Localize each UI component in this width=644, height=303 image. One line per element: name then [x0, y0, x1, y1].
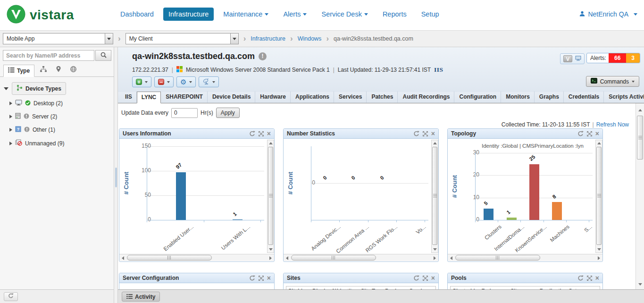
close-icon[interactable]: × — [431, 131, 435, 136]
maximize-icon[interactable] — [259, 131, 264, 136]
scroll-right-arrow[interactable] — [268, 255, 274, 261]
nav-item-setup[interactable]: Setup — [416, 8, 444, 21]
update-interval-input[interactable] — [171, 108, 198, 118]
sidebar-item-other-1[interactable]: ?Other (1) — [0, 123, 114, 136]
tab-type[interactable]: Type — [3, 65, 34, 77]
scroll-left-arrow[interactable] — [448, 255, 454, 261]
sidebar-item-desktop-2[interactable]: Desktop (2) — [0, 97, 114, 110]
scroll-up-arrow[interactable] — [637, 107, 643, 113]
scrollbar-thumb[interactable] — [127, 255, 212, 261]
maximize-icon[interactable] — [587, 131, 592, 136]
workspace-select[interactable]: Mobile App — [3, 33, 113, 44]
scroll-down-arrow[interactable] — [637, 281, 643, 287]
refresh-icon[interactable] — [577, 131, 584, 137]
nav-item-maintenance[interactable]: Maintenance — [218, 8, 274, 21]
tab-hardware[interactable]: Hardware — [255, 91, 291, 103]
expander-icon[interactable] — [9, 142, 12, 145]
sidebar-refresh-button[interactable] — [4, 292, 18, 301]
close-icon[interactable]: × — [267, 276, 271, 281]
refresh-icon[interactable] — [413, 131, 419, 137]
scrollbar-thumb[interactable] — [268, 147, 273, 245]
client-select[interactable]: My Client — [125, 33, 239, 44]
maximize-icon[interactable] — [259, 276, 264, 281]
scroll-left-arrow[interactable] — [120, 255, 126, 261]
alerts-badge[interactable]: Alerts: 66 3 — [586, 53, 640, 63]
breadcrumb-infrastructure[interactable]: Infrastructure — [251, 35, 285, 42]
sidebar-item-unmanaged-9[interactable]: Unmanaged (9) — [0, 136, 114, 150]
refresh-icon[interactable] — [413, 275, 419, 281]
scrollbar-thumb[interactable] — [455, 255, 540, 261]
settings-button[interactable]: ⚙ — [176, 76, 196, 87]
search-input[interactable] — [3, 50, 94, 61]
tab-location[interactable] — [52, 64, 65, 76]
scroll-up-arrow[interactable] — [432, 140, 438, 146]
tab-scripts-activity[interactable]: Scripts Activity — [604, 91, 644, 103]
panel-scrollbar-vertical[interactable] — [431, 140, 438, 253]
scroll-up-arrow[interactable] — [268, 140, 274, 146]
tab-services[interactable]: Services — [334, 91, 367, 103]
scrollbar-thumb[interactable] — [596, 147, 602, 245]
refresh-icon[interactable] — [249, 131, 255, 137]
refresh-now-link[interactable]: Refresh Now — [596, 121, 629, 128]
tab-patches[interactable]: Patches — [367, 91, 398, 103]
close-icon[interactable]: × — [595, 276, 599, 281]
nav-item-infrastructure[interactable]: Infrastructure — [163, 8, 214, 21]
monitoring-button[interactable] — [199, 76, 219, 87]
splitter-handle[interactable] — [115, 168, 117, 187]
close-icon[interactable]: × — [431, 276, 435, 281]
expander-open-icon[interactable] — [4, 87, 8, 90]
search-button[interactable] — [95, 50, 111, 61]
panel-scrollbar-horizontal[interactable] — [284, 254, 438, 261]
panel-scrollbar-horizontal[interactable] — [119, 254, 274, 261]
scrollbar-thumb[interactable] — [291, 255, 376, 261]
close-icon[interactable]: × — [267, 131, 271, 136]
scrollbar-thumb[interactable] — [432, 147, 437, 245]
tab-applications[interactable]: Applications — [291, 91, 334, 103]
maximize-icon[interactable] — [423, 131, 428, 136]
refresh-icon[interactable] — [249, 275, 255, 281]
nav-item-alerts[interactable]: Alerts — [278, 8, 312, 21]
main-scrollbar[interactable] — [636, 103, 644, 289]
tab-sharepoint[interactable]: SHAREPOINT — [161, 91, 208, 103]
tab-topology[interactable] — [36, 64, 50, 76]
panel-scrollbar-vertical[interactable] — [595, 140, 602, 253]
tab-audit-recordings[interactable]: Audit Recordings — [398, 91, 454, 103]
sidebar-item-server-2[interactable]: Server (2) — [0, 110, 114, 123]
sidebar-splitter[interactable] — [114, 47, 118, 303]
expander-icon[interactable] — [9, 101, 12, 105]
breadcrumb-windows[interactable]: Windows — [298, 35, 322, 42]
alerts-critical-count[interactable]: 66 — [609, 53, 626, 63]
expander-icon[interactable] — [9, 115, 12, 118]
nav-item-service-desk[interactable]: Service Desk — [316, 8, 373, 21]
apply-button[interactable]: Apply — [216, 108, 240, 118]
scroll-left-arrow[interactable] — [284, 255, 290, 261]
scroll-right-arrow[interactable] — [432, 255, 438, 261]
panel-scrollbar-vertical[interactable] — [267, 140, 274, 253]
tab-monitors[interactable]: Monitors — [501, 91, 535, 103]
tree-root-device-types[interactable]: Device Types — [4, 82, 114, 95]
refresh-icon[interactable] — [577, 275, 584, 281]
activity-button[interactable]: Activity — [122, 292, 160, 302]
tab-iis[interactable]: IIS — [120, 91, 137, 103]
tab-global[interactable] — [67, 64, 80, 76]
add-button[interactable]: + — [132, 76, 151, 87]
remove-button[interactable]: − — [154, 76, 174, 87]
view-toggle-group[interactable]: V — [560, 53, 585, 64]
scroll-up-arrow[interactable] — [596, 140, 602, 146]
scroll-down-arrow[interactable] — [596, 246, 602, 252]
expander-icon[interactable] — [9, 128, 12, 132]
maximize-icon[interactable] — [423, 276, 428, 281]
alerts-warning-count[interactable]: 3 — [626, 53, 640, 63]
scroll-right-arrow[interactable] — [596, 255, 602, 261]
tab-configuration[interactable]: Configuration — [454, 91, 501, 103]
vistara-logo[interactable]: vistara — [7, 5, 74, 25]
scroll-down-arrow[interactable] — [432, 246, 438, 252]
v-button[interactable]: V — [563, 55, 572, 62]
panel-scrollbar-horizontal[interactable] — [448, 254, 602, 261]
tab-graphs[interactable]: Graphs — [535, 91, 564, 103]
commands-button[interactable]: Commands — [586, 76, 639, 87]
close-icon[interactable]: × — [595, 131, 599, 136]
tab-lync[interactable]: LYNC — [137, 92, 161, 103]
nav-item-reports[interactable]: Reports — [377, 8, 412, 21]
scrollbar-thumb[interactable] — [637, 116, 643, 160]
